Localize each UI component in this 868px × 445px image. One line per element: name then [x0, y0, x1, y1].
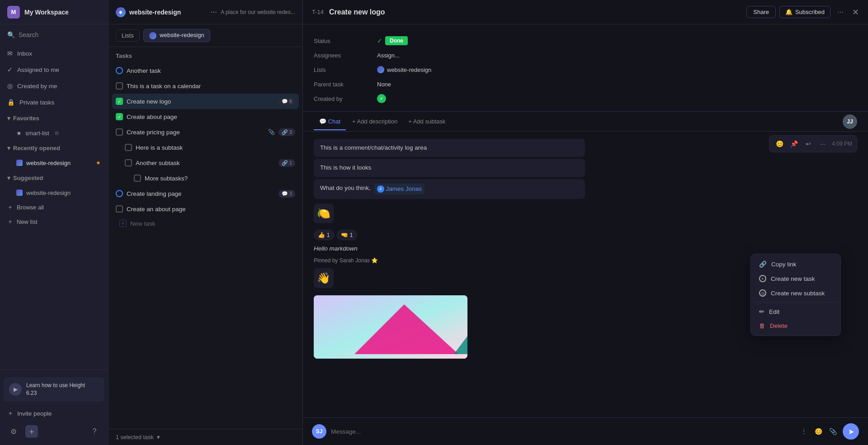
task-item[interactable]: Another subtask 🔗 1 — [112, 155, 299, 170]
tab-website-redesign[interactable]: website-redesign — [143, 29, 210, 42]
pin-button[interactable]: 📌 — [788, 138, 799, 149]
settings-button[interactable]: ⚙ — [7, 425, 20, 438]
browse-all-button[interactable]: ＋ Browse all — [0, 200, 108, 214]
sidebar-bottom-actions: ⚙ ＋ ? — [0, 421, 108, 441]
sidebar-header[interactable]: M My Workspace — [0, 0, 108, 24]
more-options-button[interactable]: ··· — [210, 7, 217, 17]
task-status-checkbox[interactable] — [116, 82, 123, 90]
filter-icon: ⊞ — [55, 130, 59, 136]
more-options-button[interactable]: ··· — [834, 6, 847, 19]
context-menu-divider — [754, 302, 838, 303]
share-button[interactable]: Share — [746, 6, 776, 18]
task-item-create-logo[interactable]: Create new logo 💬 8 — [112, 94, 299, 109]
image-attachment[interactable] — [314, 295, 467, 359]
list-label: website-redesign — [26, 189, 71, 196]
task-item[interactable]: Create an about page — [112, 201, 299, 217]
task-status-checkbox[interactable] — [116, 98, 123, 105]
task-item[interactable]: Here is a subtask — [112, 140, 299, 155]
add-subtask-label: + Add subtask — [408, 118, 445, 125]
task-status-checkbox[interactable] — [125, 159, 132, 166]
task-name: Create about page — [127, 114, 295, 120]
input-actions: ⋮ 😊 📎 — [798, 426, 838, 437]
task-status-checkbox[interactable] — [116, 190, 123, 197]
emoji-reaction-button[interactable]: 😊 — [774, 138, 785, 149]
create-new-subtask-menu-item[interactable]: ◎ Create new subtask — [754, 286, 838, 300]
sidebar-item-created[interactable]: ◎ Created by me — [0, 78, 108, 94]
selected-count: 1 selected task — [116, 434, 153, 440]
parent-task-value[interactable]: None — [377, 81, 391, 88]
copy-link-menu-item[interactable]: 🔗 Copy link — [754, 257, 838, 271]
task-status-checkbox[interactable] — [134, 175, 141, 182]
invite-people-button[interactable]: ＋ Invite people — [0, 405, 108, 421]
search-button[interactable]: 🔍 Search — [0, 24, 108, 45]
message-input[interactable] — [331, 428, 794, 435]
task-item[interactable]: This is a task on a calendar — [112, 78, 299, 94]
thumbs-up-reaction[interactable]: 👍 1 — [314, 230, 334, 240]
input-emoji-button[interactable]: 😊 — [813, 426, 824, 437]
subscribed-label: Subscribed — [795, 9, 825, 15]
reply-button[interactable]: ↩ — [803, 138, 814, 149]
chat-message-with-mention: What do you think, J James Jonas — [314, 179, 585, 199]
list-label: smart-list — [25, 130, 49, 137]
star-icon: ★ — [96, 160, 101, 166]
sidebar-item-smart-list[interactable]: ★ smart-list ⊞ — [0, 126, 108, 140]
current-user-avatar-input: SJ — [312, 424, 326, 439]
send-message-button[interactable]: ➤ — [843, 423, 859, 440]
header-actions: Share 🔔 Subscribed ··· ✕ — [746, 6, 859, 19]
task-item[interactable]: Another task — [112, 63, 299, 78]
edit-menu-item[interactable]: ✏ Edit — [754, 304, 838, 319]
add-subtask-button[interactable]: + Add subtask — [404, 115, 450, 128]
tab-lists[interactable]: Lists — [116, 29, 140, 42]
play-icon: ▶ — [9, 383, 22, 396]
task-status-checkbox[interactable] — [116, 67, 123, 74]
sidebar-item-private[interactable]: 🔒 Private tasks — [0, 94, 108, 110]
add-description-button[interactable]: + Add description — [348, 115, 402, 128]
task-item[interactable]: Create landing page 💬 3 — [112, 186, 299, 201]
assignees-value[interactable]: Assign... — [377, 52, 400, 59]
fist-reaction[interactable]: 🤜 1 — [337, 230, 357, 240]
workspace-name: My Workspace — [24, 9, 69, 16]
new-list-button[interactable]: ＋ New list — [0, 214, 108, 229]
message-text: This is a comment/chat/activity log area — [320, 144, 427, 151]
learn-banner[interactable]: ▶ Learn how to use Height 6.23 — [4, 377, 104, 402]
delete-menu-item[interactable]: 🗑 Delete — [754, 319, 838, 333]
sidebar-item-assigned[interactable]: ✓ Assigned to me — [0, 62, 108, 78]
lists-value[interactable]: website-redesign — [377, 66, 431, 73]
task-item[interactable]: More subtasks? — [112, 170, 299, 186]
favorites-section[interactable]: ▾ Favorites — [0, 110, 108, 126]
creator-avatar: ✓ — [377, 94, 386, 103]
learn-text: Learn how to use Height 6.23 — [26, 382, 85, 397]
input-attachment-button[interactable]: 📎 — [827, 426, 838, 437]
suggested-section[interactable]: ▾ Suggested — [0, 170, 108, 185]
task-status-checkbox[interactable] — [116, 205, 123, 213]
message-time: 4:09 PM — [832, 141, 852, 147]
task-status-checkbox[interactable] — [125, 144, 132, 151]
recently-section[interactable]: ▾ Recently opened — [0, 140, 108, 156]
input-more-button[interactable]: ⋮ — [798, 426, 809, 437]
task-name: This is a task on a calendar — [127, 83, 295, 90]
add-desc-label: + Add description — [352, 118, 397, 125]
close-button[interactable]: ✕ — [852, 7, 859, 17]
sidebar-item-website-redesign-recent[interactable]: website-redesign ★ — [0, 156, 108, 170]
sidebar-item-inbox[interactable]: ✉ Inbox — [0, 45, 108, 62]
task-status-checkbox[interactable] — [116, 113, 123, 120]
help-button[interactable]: ? — [88, 425, 101, 438]
create-new-task-menu-item[interactable]: + Create new task — [754, 271, 838, 286]
new-task-button[interactable]: + New task — [112, 217, 299, 230]
reactions-row: 👍 1 🤜 1 — [314, 230, 857, 240]
message-actions-toolbar: 😊 📌 ↩ ··· 4:09 PM — [769, 135, 857, 152]
status-value[interactable]: ✓ Done — [377, 36, 408, 45]
edit-icon: ✏ — [759, 308, 764, 315]
task-item[interactable]: Create about page — [112, 109, 299, 124]
tab-chat[interactable]: 💬 Chat — [314, 114, 346, 130]
trash-icon: 🗑 — [759, 322, 765, 329]
task-status-checkbox[interactable] — [116, 128, 123, 136]
new-list-label: New list — [17, 218, 38, 225]
sidebar-item-website-redesign-suggested[interactable]: website-redesign — [0, 185, 108, 200]
task-item[interactable]: Create pricing page 📎 🔗 3 — [112, 124, 299, 140]
new-item-button[interactable]: ＋ — [25, 425, 38, 438]
subscribed-button[interactable]: 🔔 Subscribed — [779, 6, 830, 18]
mention-avatar: J — [377, 185, 384, 193]
more-actions-button[interactable]: ··· — [817, 138, 828, 149]
list-name: website-redesign — [387, 66, 431, 73]
